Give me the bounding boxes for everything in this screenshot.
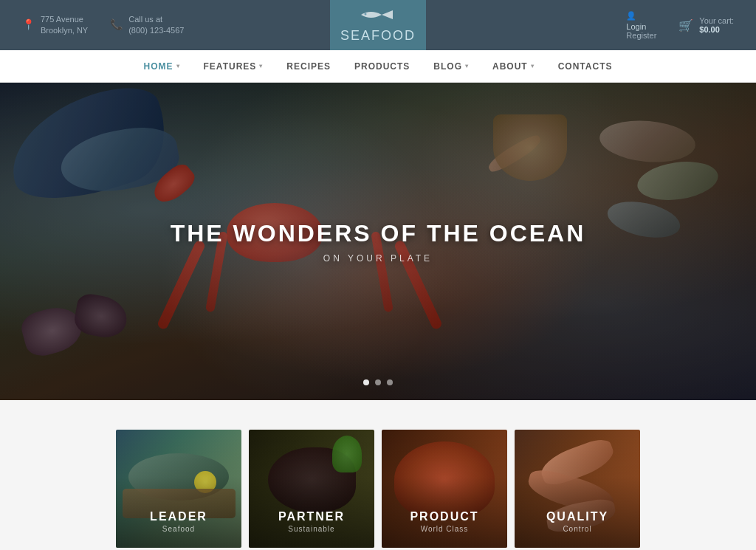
nav-link-products[interactable]: PRODUCTS bbox=[343, 50, 422, 83]
phone-label: Call us at bbox=[128, 14, 184, 25]
top-bar: 📍 775 Avenue Brooklyn, NY 📞 Call us at (… bbox=[0, 0, 756, 50]
logo-text: SEAFOOD bbox=[340, 28, 416, 44]
slider-dot-3[interactable] bbox=[387, 379, 393, 385]
register-label[interactable]: Register bbox=[626, 31, 656, 40]
cart-icon: 🛒 bbox=[678, 18, 693, 32]
category-partner-title: PARTNER bbox=[249, 510, 374, 523]
phone-text: Call us at (800) 123-4567 bbox=[128, 14, 184, 37]
category-leader-label: LEADER Seafood bbox=[116, 510, 241, 533]
nav-link-home[interactable]: HOME ▾ bbox=[132, 50, 192, 83]
category-partner-label: PARTNER Sustainable bbox=[249, 510, 374, 533]
address-text: 775 Avenue Brooklyn, NY bbox=[41, 14, 88, 37]
user-icon: 👤 bbox=[626, 11, 636, 21]
nav-item-products[interactable]: PRODUCTS bbox=[343, 50, 422, 83]
hero-subtitle: ON YOUR PLATE bbox=[171, 253, 586, 264]
nav-link-recipes[interactable]: RECIPES bbox=[275, 50, 343, 83]
phone-icon: 📞 bbox=[110, 18, 123, 32]
login-area[interactable]: 👤 Login Register bbox=[626, 11, 656, 40]
login-label[interactable]: Login bbox=[626, 22, 646, 31]
category-product-title: PRODUCT bbox=[382, 510, 507, 523]
logo-sea: SEA bbox=[340, 28, 371, 43]
category-quality[interactable]: QUALITY Control bbox=[515, 430, 640, 548]
category-leader-sub: Seafood bbox=[116, 525, 241, 533]
logo-food: FOOD bbox=[371, 28, 416, 43]
category-section: LEADER Seafood PARTNER Sustainable PRODU… bbox=[0, 400, 756, 550]
top-bar-right: 👤 Login Register 🛒 Your cart: $0.00 bbox=[626, 11, 734, 40]
cart-label: Your cart: bbox=[699, 16, 734, 25]
nav-link-features[interactable]: FEATURES ▾ bbox=[192, 50, 275, 83]
category-quality-sub: Control bbox=[515, 525, 640, 533]
cart-info: Your cart: $0.00 bbox=[699, 16, 734, 34]
category-quality-title: QUALITY bbox=[515, 510, 640, 523]
slider-dot-2[interactable] bbox=[375, 379, 381, 385]
category-product[interactable]: PRODUCT World Class bbox=[382, 430, 507, 548]
main-nav: HOME ▾ FEATURES ▾ RECIPES PRODUCTS BLOG … bbox=[0, 50, 756, 83]
svg-point-0 bbox=[365, 13, 367, 15]
location-icon: 📍 bbox=[22, 18, 35, 32]
slider-dot-1[interactable] bbox=[363, 379, 369, 385]
nav-item-home[interactable]: HOME ▾ bbox=[132, 50, 192, 83]
nav-list: HOME ▾ FEATURES ▾ RECIPES PRODUCTS BLOG … bbox=[132, 50, 625, 83]
address-line1: 775 Avenue bbox=[41, 14, 88, 25]
address-line2: Brooklyn, NY bbox=[41, 25, 88, 36]
nav-label-features: FEATURES bbox=[204, 50, 257, 83]
fish-svg bbox=[360, 7, 396, 22]
nav-link-blog[interactable]: BLOG ▾ bbox=[422, 50, 481, 83]
nav-link-about[interactable]: ABOUT ▾ bbox=[481, 50, 546, 83]
nav-item-about[interactable]: ABOUT ▾ bbox=[481, 50, 546, 83]
nav-label-recipes: RECIPES bbox=[286, 50, 331, 83]
phone-number: (800) 123-4567 bbox=[128, 25, 184, 36]
nav-item-recipes[interactable]: RECIPES bbox=[275, 50, 343, 83]
category-leader[interactable]: LEADER Seafood bbox=[116, 430, 241, 548]
nav-item-blog[interactable]: BLOG ▾ bbox=[422, 50, 481, 83]
category-partner-sub: Sustainable bbox=[249, 525, 374, 533]
nav-arrow-blog: ▾ bbox=[465, 50, 469, 83]
nav-item-features[interactable]: FEATURES ▾ bbox=[192, 50, 275, 83]
hero-content: THE WONDERS OF THE OCEAN ON YOUR PLATE bbox=[171, 220, 586, 264]
phone-info: 📞 Call us at (800) 123-4567 bbox=[110, 14, 184, 37]
category-quality-label: QUALITY Control bbox=[515, 510, 640, 533]
category-partner[interactable]: PARTNER Sustainable bbox=[249, 430, 374, 548]
category-leader-title: LEADER bbox=[116, 510, 241, 523]
category-product-label: PRODUCT World Class bbox=[382, 510, 507, 533]
hero-title: THE WONDERS OF THE OCEAN bbox=[171, 220, 586, 247]
cart-area[interactable]: 🛒 Your cart: $0.00 bbox=[678, 16, 734, 34]
category-product-sub: World Class bbox=[382, 525, 507, 533]
nav-arrow-features: ▾ bbox=[259, 50, 263, 83]
nav-arrow-home: ▾ bbox=[176, 50, 180, 83]
top-bar-left: 📍 775 Avenue Brooklyn, NY 📞 Call us at (… bbox=[22, 14, 184, 37]
logo[interactable]: SEAFOOD bbox=[330, 0, 426, 50]
nav-label-contacts: CONTACTS bbox=[558, 50, 613, 83]
nav-label-products: PRODUCTS bbox=[354, 50, 410, 83]
cart-price: $0.00 bbox=[699, 25, 734, 34]
nav-label-about: ABOUT bbox=[492, 50, 528, 83]
logo-fish-icon bbox=[360, 7, 396, 27]
nav-label-home: HOME bbox=[144, 50, 173, 83]
nav-link-contacts[interactable]: CONTACTS bbox=[546, 50, 625, 83]
hero-section: THE WONDERS OF THE OCEAN ON YOUR PLATE bbox=[0, 83, 756, 400]
slider-dots bbox=[363, 379, 393, 385]
nav-label-blog: BLOG bbox=[433, 50, 462, 83]
nav-item-contacts[interactable]: CONTACTS bbox=[546, 50, 625, 83]
address-info: 📍 775 Avenue Brooklyn, NY bbox=[22, 14, 88, 37]
nav-arrow-about: ▾ bbox=[531, 50, 535, 83]
